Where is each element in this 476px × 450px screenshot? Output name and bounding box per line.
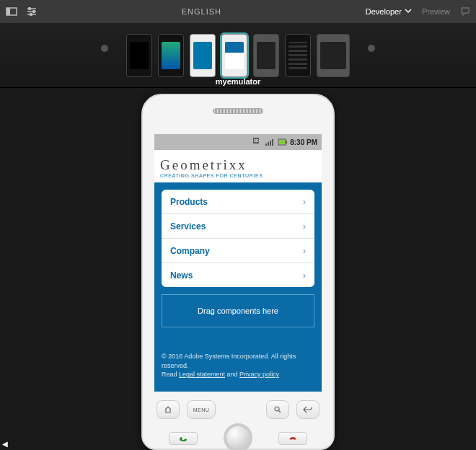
svg-rect-1 <box>6 8 10 15</box>
component-dropzone[interactable]: Drag components here <box>162 294 314 327</box>
brand-header: Geometrixx CREATING SHAPES FOR CENTURIES <box>154 150 322 182</box>
carousel-prev[interactable] <box>101 45 108 52</box>
menu-item[interactable]: Services› <box>162 214 314 239</box>
scroll-left-arrow[interactable]: ◀ <box>2 440 8 448</box>
footer-and: and <box>225 371 239 378</box>
chevron-right-icon: › <box>303 196 306 207</box>
signal-icon <box>265 138 276 146</box>
nav-menu: Products› Services› Company› News› <box>162 190 314 287</box>
menu-item[interactable]: News› <box>162 263 314 287</box>
device-thumb[interactable] <box>285 34 311 77</box>
menu-button[interactable]: MENU <box>187 400 216 419</box>
phone-end-icon <box>288 435 298 442</box>
svg-rect-15 <box>279 140 285 144</box>
preview-link[interactable]: Preview <box>422 7 450 16</box>
menu-item[interactable]: Company› <box>162 239 314 263</box>
annotate-icon[interactable] <box>460 6 472 17</box>
call-button[interactable] <box>169 432 198 445</box>
svg-point-17 <box>275 407 279 411</box>
svg-rect-16 <box>286 141 287 144</box>
device-thumb-selected[interactable] <box>221 34 247 77</box>
device-thumb[interactable] <box>126 34 152 77</box>
chevron-down-icon <box>405 9 412 14</box>
phone-frame: 3G 8:30 PM Geometrixx CREATING SHAPES FO… <box>141 94 335 450</box>
network-3g-icon: 3G <box>253 138 263 146</box>
phone-earpiece <box>213 108 263 114</box>
home-icon <box>164 405 172 414</box>
carousel-selected-label: myemulator <box>0 77 476 86</box>
mode-label: Developer <box>366 7 402 16</box>
panel-icon[interactable] <box>6 6 17 17</box>
preview-stage: 3G 8:30 PM Geometrixx CREATING SHAPES FO… <box>0 88 476 450</box>
back-button[interactable] <box>296 400 319 419</box>
phone-icon <box>178 435 188 442</box>
menu-item-label: News <box>170 270 193 281</box>
status-time: 8:30 PM <box>290 138 317 146</box>
svg-rect-12 <box>270 141 271 146</box>
menu-item-label: Services <box>170 221 206 231</box>
device-thumb[interactable] <box>190 34 216 77</box>
device-thumb[interactable] <box>158 34 184 77</box>
svg-rect-10 <box>265 144 267 146</box>
svg-line-18 <box>279 411 281 413</box>
app-screen: Geometrixx CREATING SHAPES FOR CENTURIES… <box>154 150 322 392</box>
footer-read: Read <box>162 371 179 378</box>
device-thumb[interactable] <box>253 34 279 77</box>
search-button[interactable] <box>266 400 289 419</box>
svg-text:3G: 3G <box>254 138 259 143</box>
topbar: ENGLISH Developer Preview <box>0 0 476 23</box>
svg-point-6 <box>33 11 35 13</box>
end-call-button[interactable] <box>278 432 307 445</box>
chevron-right-icon: › <box>303 221 306 231</box>
svg-point-5 <box>29 8 31 10</box>
home-button[interactable] <box>157 400 180 419</box>
back-icon <box>303 405 313 414</box>
chevron-right-icon: › <box>303 270 306 281</box>
mode-selector[interactable]: Developer <box>366 7 412 16</box>
search-icon <box>273 405 282 414</box>
device-carousel: myemulator <box>0 23 476 88</box>
svg-rect-13 <box>272 139 273 146</box>
svg-rect-11 <box>268 142 269 146</box>
menu-item-label: Company <box>170 246 210 256</box>
footer-copyright: © 2016 Adobe Systems Incorporated. All r… <box>162 352 314 370</box>
svg-point-7 <box>30 14 32 16</box>
privacy-link[interactable]: Privacy policy <box>239 371 279 378</box>
language-label[interactable]: ENGLISH <box>38 7 366 16</box>
hardware-buttons: MENU <box>143 392 333 419</box>
status-bar: 3G 8:30 PM <box>154 134 322 150</box>
brand-name: Geometrixx <box>160 157 316 173</box>
carousel-next[interactable] <box>368 45 375 52</box>
menu-item[interactable]: Products› <box>162 190 314 214</box>
brand-tagline: CREATING SHAPES FOR CENTURIES <box>160 173 316 178</box>
battery-icon <box>278 138 288 146</box>
device-thumb[interactable] <box>317 34 350 77</box>
page-footer: © 2016 Adobe Systems Incorporated. All r… <box>154 335 322 387</box>
menu-item-label: Products <box>170 197 208 207</box>
chevron-right-icon: › <box>303 245 306 256</box>
legal-link[interactable]: Legal statement <box>179 371 225 378</box>
sliders-icon[interactable] <box>26 6 38 17</box>
